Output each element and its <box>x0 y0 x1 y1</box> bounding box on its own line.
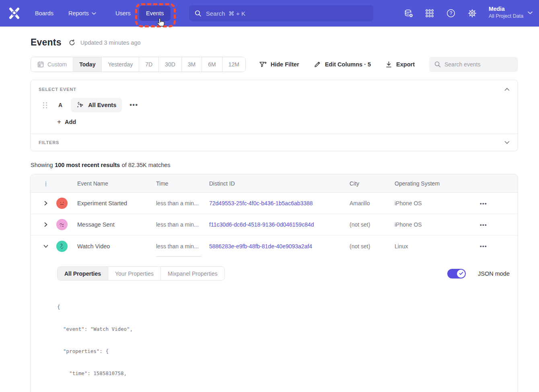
page-title: Events <box>31 37 62 48</box>
collapse-row-icon[interactable] <box>39 245 53 248</box>
updated-timestamp: Updated 3 minutes ago <box>80 39 141 46</box>
event-city: (not set) <box>350 221 395 228</box>
column-header-time[interactable]: Time <box>156 180 209 187</box>
chevron-down-icon <box>92 12 96 15</box>
properties-tabs: All Properties Your Properties Mixpanel … <box>57 266 225 281</box>
page-header: Events Updated 3 minutes ago <box>31 37 518 48</box>
calendar-icon <box>37 61 44 68</box>
date-range-picker: Custom Today Yesterday 7D 30D 3M 6M 12M <box>31 57 246 72</box>
column-header-os[interactable]: Operating System <box>395 180 480 187</box>
select-event-label: SELECT EVENT <box>39 87 76 92</box>
search-events-field[interactable] <box>429 57 518 72</box>
date-range-custom[interactable]: Custom <box>31 57 73 72</box>
global-search[interactable] <box>189 5 373 21</box>
filters-label: FILTERS <box>39 140 59 145</box>
row-menu-button[interactable]: ••• <box>480 222 518 228</box>
nav-item-events-label: Events <box>146 10 164 17</box>
chevron-down-icon[interactable] <box>528 11 533 14</box>
event-row-letter: A <box>58 102 62 108</box>
distinct-id-link[interactable]: 72d49553-25fc-4f0c-b436-1b5ac6ab3388 <box>209 200 350 206</box>
toggle-knob <box>457 270 465 278</box>
download-icon <box>385 61 392 68</box>
date-range-30d[interactable]: 30D <box>159 57 182 72</box>
tab-mixpanel-properties[interactable]: Mixpanel Properties <box>161 267 224 280</box>
chevron-down-icon[interactable] <box>504 141 510 144</box>
event-time: less than a min... <box>156 200 209 206</box>
search-events-input[interactable] <box>444 61 513 68</box>
event-avatar <box>56 241 68 252</box>
expand-row-icon[interactable] <box>39 222 53 227</box>
column-header-event-name[interactable]: Event Name <box>77 180 156 187</box>
pencil-icon <box>314 61 321 68</box>
search-icon <box>195 10 202 17</box>
event-city: (not set) <box>350 243 395 250</box>
event-name[interactable]: Message Sent <box>77 221 156 228</box>
export-label: Export <box>396 61 415 68</box>
date-range-yesterday-label: Yesterday <box>108 61 133 68</box>
results-summary: Showing 100 most recent results of 82.35… <box>31 162 518 168</box>
filters-section[interactable]: FILTERS <box>31 134 518 151</box>
nav-item-reports-label: Reports <box>68 10 89 17</box>
toolbar: Custom Today Yesterday 7D 30D 3M 6M 12M … <box>31 57 518 72</box>
date-range-yesterday[interactable]: Yesterday <box>102 57 139 72</box>
event-name[interactable]: Experiment Started <box>77 200 156 206</box>
date-range-3m-label: 3M <box>188 61 195 68</box>
apps-grid-icon[interactable] <box>425 8 434 18</box>
drag-handle[interactable] <box>43 102 47 108</box>
distinct-id-link[interactable]: f11c30d6-dc6d-4518-9136-0d046159c84d <box>209 221 350 228</box>
edit-columns-button[interactable]: Edit Columns · 5 <box>314 61 371 68</box>
collapse-all-icon[interactable]: ↓↑ <box>39 180 53 187</box>
export-button[interactable]: Export <box>385 61 415 68</box>
select-event-section: SELECT EVENT A All Events ••• + <box>31 80 518 134</box>
row-menu-button[interactable]: ••• <box>480 243 518 249</box>
hide-filter-button[interactable]: Hide Filter <box>259 61 299 68</box>
results-summary-suffix: of 82.35K matches <box>122 162 171 168</box>
column-header-distinct-id[interactable]: Distinct ID <box>209 180 350 187</box>
toolbar-actions: Hide Filter Edit Columns · 5 Export <box>259 57 518 72</box>
help-icon[interactable]: ? <box>446 8 456 18</box>
date-range-7d[interactable]: 7D <box>139 57 159 72</box>
event-time: less than a min... <box>156 221 209 228</box>
date-range-12m[interactable]: 12M <box>222 57 245 72</box>
expand-row-icon[interactable] <box>39 201 53 206</box>
chevron-up-icon[interactable] <box>504 88 510 91</box>
tab-all-properties[interactable]: All Properties <box>58 267 108 280</box>
tab-your-properties[interactable]: Your Properties <box>108 267 161 280</box>
distinct-id-link[interactable]: 5886283e-e9fb-48fb-81de-40e9093a2af4 <box>209 243 350 250</box>
date-range-6m[interactable]: 6M <box>202 57 222 72</box>
global-search-input[interactable] <box>206 10 368 17</box>
event-city: Amarillo <box>350 200 395 206</box>
date-range-today-label: Today <box>79 61 95 68</box>
date-range-7d-label: 7D <box>145 61 152 68</box>
date-range-3m[interactable]: 3M <box>182 57 202 72</box>
mixpanel-logo[interactable] <box>8 7 21 20</box>
event-time: less than a min... <box>156 243 209 250</box>
hide-filter-label: Hide Filter <box>271 61 299 68</box>
event-selector-chip[interactable]: All Events <box>71 98 122 112</box>
nav-item-reports[interactable]: Reports <box>68 0 96 27</box>
nav-item-events[interactable]: Events <box>139 6 171 21</box>
event-row: A All Events ••• <box>39 98 510 112</box>
table-row: Experiment Started less than a min... 72… <box>31 193 518 214</box>
search-icon <box>434 61 441 68</box>
settings-gear-icon[interactable] <box>467 8 477 18</box>
tab-your-properties-label: Your Properties <box>115 270 154 277</box>
results-summary-count: 100 most recent results <box>55 162 120 168</box>
json-mode-toggle[interactable] <box>447 269 466 279</box>
json-line: "properties": { <box>57 348 510 355</box>
event-row-menu[interactable]: ••• <box>130 101 138 109</box>
nav-item-users[interactable]: Users <box>115 0 131 27</box>
date-range-today[interactable]: Today <box>73 57 102 72</box>
magic-cursor-icon <box>76 101 84 109</box>
event-name[interactable]: Watch Video <box>77 243 156 250</box>
refresh-icon[interactable] <box>68 39 76 46</box>
row-menu-button[interactable]: ••• <box>480 200 518 206</box>
add-event-button[interactable]: + Add <box>57 118 76 126</box>
table-row: Message Sent less than a min... f11c30d6… <box>31 214 518 235</box>
date-range-6m-label: 6M <box>208 61 216 68</box>
data-management-icon[interactable] <box>404 8 414 18</box>
nav-item-boards[interactable]: Boards <box>35 0 53 27</box>
query-builder-card: SELECT EVENT A All Events ••• + <box>30 80 518 151</box>
edit-columns-label: Edit Columns · 5 <box>325 61 371 68</box>
column-header-city[interactable]: City <box>350 180 395 187</box>
